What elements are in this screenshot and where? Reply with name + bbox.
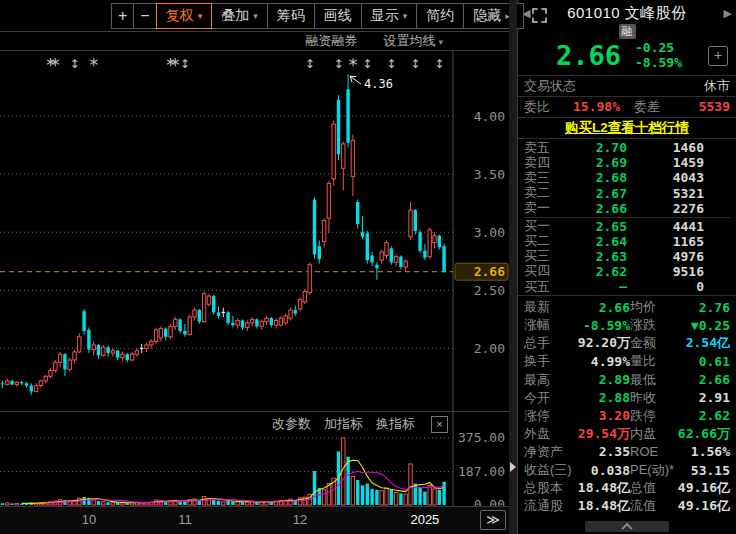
- close-icon[interactable]: ×: [431, 416, 448, 433]
- stat-cell: 涨幅-8.59%: [524, 316, 630, 334]
- bid-price: 2.65: [560, 219, 627, 234]
- fullscreen-icon[interactable]: [532, 8, 547, 23]
- stat-cell: 量比0.61: [630, 352, 730, 370]
- toolbar-button-label: +: [118, 7, 127, 25]
- bid-row-5[interactable]: 买五—0: [518, 279, 736, 294]
- stat-value: 1.56%: [691, 444, 730, 459]
- volume-pane[interactable]: 375.00187.000.00 改参数 加指标 换指标 ×: [0, 411, 509, 506]
- stat-value: 2.62: [699, 408, 730, 423]
- stat-cell: 换手4.99%: [524, 352, 630, 370]
- ma-settings-link[interactable]: 设置均线▾: [383, 32, 443, 50]
- toolbar-button-label: 复权: [166, 7, 194, 25]
- stat-label: 均价: [630, 298, 656, 316]
- add-to-watchlist-button[interactable]: +: [708, 46, 728, 66]
- switch-indicator-link[interactable]: 换指标: [376, 415, 415, 433]
- order-book: 卖五2.701460卖四2.691459卖三2.684043卖二2.675321…: [518, 139, 736, 295]
- add-indicator-link[interactable]: 加指标: [324, 415, 363, 433]
- price-pane[interactable]: 4.003.503.002.502.002.66**↕***↕↕↕*↕↕↕↕4.…: [0, 51, 509, 411]
- ask-price: 2.67: [560, 186, 627, 201]
- ask-list: 卖五2.701460卖四2.691459卖三2.684043卖二2.675321…: [518, 140, 736, 215]
- svg-text:↕: ↕: [333, 57, 343, 71]
- stat-value: 3.20: [599, 408, 630, 423]
- stat-row-1: 涨幅-8.59%涨跌▼0.25: [518, 316, 736, 334]
- svg-text:4.00: 4.00: [474, 109, 505, 124]
- weibi-label: 委比: [524, 98, 560, 116]
- month-label-2025: 2025: [410, 512, 439, 527]
- change-percent: -8.59%: [635, 55, 682, 70]
- stat-cell: 流值49.16亿: [630, 497, 730, 515]
- ma-settings-label: 设置均线: [383, 33, 435, 48]
- stat-label: 昨收: [630, 389, 656, 407]
- toolbar-button-2[interactable]: 复权▾: [156, 3, 213, 29]
- collapse-panel-button[interactable]: [585, 521, 669, 532]
- ask-row-5[interactable]: 卖一2.662276: [518, 201, 736, 216]
- toolbar-button-label: 隐藏: [473, 7, 501, 25]
- scroll-right-button[interactable]: ≫: [480, 510, 506, 530]
- stat-label: 最低: [630, 371, 656, 389]
- stat-value: 2.91: [699, 390, 730, 405]
- toolbar-button-7[interactable]: 简约: [416, 3, 464, 29]
- panel-splitter[interactable]: [509, 0, 517, 534]
- stat-value: 0.61: [699, 354, 730, 369]
- stat-cell: 均价2.76: [630, 298, 730, 316]
- stat-label: 金额: [630, 334, 656, 352]
- stat-value: -8.59%: [583, 318, 630, 333]
- stat-value: 49.16亿: [678, 479, 730, 497]
- toolbar-button-label: 画线: [324, 7, 352, 25]
- stats-grid: 最新2.66均价2.76涨幅-8.59%涨跌▼0.25总手92.20万金额2.5…: [518, 295, 736, 515]
- svg-text:2.00: 2.00: [474, 341, 505, 356]
- toolbar-button-6[interactable]: 显示▾: [361, 3, 418, 29]
- buy-l2-link[interactable]: 购买L2查看十档行情: [565, 119, 689, 137]
- stat-label: 跌停: [630, 407, 656, 425]
- stat-row-4: 最高2.89最低2.66: [518, 371, 736, 389]
- weibi-value: 15.98%: [560, 99, 620, 114]
- weibi-row: 委比 15.98% 委差 5539: [518, 97, 736, 117]
- toolbar-button-5[interactable]: 画线: [314, 3, 362, 29]
- stat-value: 4.99%: [591, 354, 630, 369]
- svg-text:375.00: 375.00: [458, 430, 505, 445]
- next-stock-arrow[interactable]: ▶: [724, 7, 732, 20]
- chevron-up-icon: [621, 522, 632, 533]
- bid-volume: 9516: [627, 264, 730, 279]
- stat-label: 最新: [524, 298, 550, 316]
- stat-cell: 金额2.54亿: [630, 334, 730, 352]
- ask-price: 2.69: [560, 155, 627, 170]
- stat-cell: 总值49.16亿: [630, 479, 730, 497]
- ask-volume: 1459: [627, 155, 730, 170]
- toolbar-button-label: 筹码: [277, 7, 305, 25]
- stat-label: 内盘: [630, 425, 656, 443]
- stat-cell: 最高2.89: [524, 371, 630, 389]
- stat-label: 外盘: [524, 425, 550, 443]
- toolbar-button-1[interactable]: −: [133, 3, 156, 29]
- svg-text:*: *: [51, 55, 60, 75]
- margin-badge: 融: [619, 24, 636, 39]
- toolbar-button-4[interactable]: 筹码: [267, 3, 315, 29]
- splitter-handle-icon: [510, 462, 516, 472]
- candlestick-chart[interactable]: 4.003.503.002.502.002.66**↕***↕↕↕*↕↕↕↕4.…: [0, 51, 509, 411]
- stat-value: 62.66万: [678, 425, 730, 443]
- change-params-link[interactable]: 改参数: [272, 415, 311, 433]
- stat-cell: 跌停2.62: [630, 407, 730, 425]
- stat-cell: 总股本18.48亿: [524, 479, 630, 497]
- ask-label: 卖一: [524, 199, 560, 217]
- toolbar-button-3[interactable]: 叠加▾: [211, 3, 268, 29]
- svg-text:*: *: [89, 55, 98, 75]
- chart-toolbar: +−复权▾叠加▾筹码画线显示▾简约隐藏▸▸: [0, 0, 509, 32]
- stat-label: 涨幅: [524, 316, 550, 334]
- svg-text:↕: ↕: [305, 57, 315, 71]
- stock-name: 文峰股份: [625, 4, 687, 21]
- stat-row-3: 换手4.99%量比0.61: [518, 352, 736, 370]
- stat-label: 最高: [524, 371, 550, 389]
- status-label: 交易状态: [524, 77, 576, 95]
- stat-cell: 最新2.66: [524, 298, 630, 316]
- stat-cell: 净资产2.35: [524, 443, 630, 461]
- margin-trading-link[interactable]: 融资融券: [305, 32, 357, 50]
- svg-text:*: *: [171, 55, 180, 75]
- stat-label: 总手: [524, 334, 550, 352]
- stat-value: ▼0.25: [691, 318, 730, 333]
- stat-label: 收益(三): [524, 461, 572, 479]
- toolbar-button-0[interactable]: +: [111, 3, 134, 29]
- stat-label: 流值: [630, 497, 656, 515]
- stat-row-0: 最新2.66均价2.76: [518, 298, 736, 316]
- bid-label: 买五: [524, 278, 560, 296]
